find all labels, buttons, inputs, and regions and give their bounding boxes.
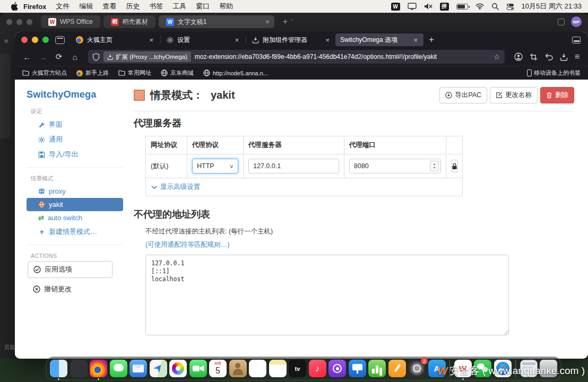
extension-permission-badge[interactable]: 扩展 (Proxy ...tchyOmega) (103, 51, 191, 62)
apple-menu-icon[interactable] (11, 2, 18, 11)
rename-button[interactable]: 更改名称 (490, 87, 538, 103)
minimize-window-button[interactable] (32, 37, 38, 43)
bookmark-star-icon[interactable]: ☆ (494, 53, 500, 61)
back-button[interactable]: ← (20, 53, 34, 62)
wps-account-avatar[interactable]: WP (571, 16, 582, 27)
dock-podcasts[interactable] (328, 360, 346, 377)
dock-messages[interactable] (110, 360, 127, 377)
proxy-server-input[interactable] (248, 159, 339, 173)
wps-restore-icon[interactable] (558, 19, 565, 25)
menu-window[interactable]: 窗口 (196, 2, 210, 11)
sidebar-item-import-export[interactable]: 导入/导出 (27, 147, 123, 162)
dock-facetime[interactable] (189, 360, 207, 377)
port-stepper[interactable]: ▲▼ (430, 161, 439, 171)
url-bar[interactable]: 扩展 (Proxy ...tchyOmega) moz-extension://… (88, 50, 505, 64)
sidebar-profile-yakit[interactable]: yakit (27, 198, 123, 211)
apply-options-button[interactable]: 应用选项 (28, 261, 113, 278)
bookmark-folder-firefox-official[interactable]: 火狐官方站点 (22, 69, 67, 77)
bookmark-node5[interactable]: http://node5.anna.n... (203, 70, 268, 76)
close-window-button[interactable] (21, 37, 28, 43)
menu-bar-clock[interactable]: 10月5日 周六 21:33 (522, 2, 582, 11)
wps-new-tab-button[interactable]: + (283, 17, 288, 27)
wps-menu-icon[interactable]: ≡ (4, 37, 15, 45)
protocol-select[interactable]: HTTP ∨ (192, 159, 238, 173)
wps-close-button[interactable] (6, 19, 12, 25)
tab-close-icon[interactable]: × (234, 36, 240, 44)
firefox-view-icon[interactable] (55, 36, 65, 44)
account-icon[interactable] (514, 53, 523, 61)
profile-color-swatch[interactable] (134, 90, 145, 101)
dock-photos[interactable] (169, 360, 187, 377)
tab-close-icon[interactable]: × (148, 36, 154, 44)
forward-button[interactable]: → (36, 53, 50, 62)
dock-music[interactable]: ♪ (309, 360, 326, 377)
new-tab-button[interactable]: + (423, 34, 439, 45)
tab-switchyomega-options[interactable]: SwitchyOmega 选项 × (335, 33, 423, 46)
show-advanced-link[interactable]: 显示高级设置 (146, 178, 462, 196)
menu-history[interactable]: 历史 (126, 2, 140, 11)
dock-numbers[interactable] (368, 360, 386, 377)
wps-tab-document[interactable]: W 文字文稿1 (159, 15, 274, 28)
mute-status-icon[interactable] (424, 3, 433, 10)
tab-settings[interactable]: 设置 × (162, 33, 245, 46)
bookmark-folder-common-sites[interactable]: 常用网址 (118, 69, 151, 77)
menu-view[interactable]: 查看 (102, 2, 116, 11)
zoom-window-button[interactable] (42, 37, 49, 43)
dock-reminders[interactable] (249, 360, 266, 377)
sidebar-new-profile[interactable]: + 新建情景模式… (27, 224, 123, 239)
dock-launchpad[interactable] (70, 360, 88, 377)
spotlight-search-icon[interactable] (491, 3, 499, 10)
proxy-port-input[interactable] (349, 159, 441, 173)
auth-lock-button[interactable] (451, 160, 458, 172)
sidebar-item-general[interactable]: 通用 (27, 132, 123, 147)
dock-system-settings[interactable]: 2 (408, 360, 426, 377)
dock-maps[interactable] (150, 360, 167, 377)
wildcard-rules-link[interactable]: (可使用通配符等匹配规则…) (145, 240, 574, 249)
bookmark-jd[interactable]: 京东商城 (161, 69, 194, 77)
bookmark-getting-started[interactable]: 新手上路 (76, 69, 109, 77)
bypass-list-textarea[interactable]: 127.0.0.1 [::1] localhost (145, 255, 509, 335)
list-all-tabs-icon[interactable] (572, 37, 581, 44)
tab-firefox-home[interactable]: 火狐主页 × (71, 33, 159, 46)
menu-help[interactable]: 帮助 (219, 2, 233, 11)
dock-keynote[interactable] (349, 360, 366, 377)
dock-calendar[interactable]: 10月 5 (209, 360, 227, 377)
sidebar-profile-auto-switch[interactable]: ⇄ auto switch (27, 211, 123, 224)
input-source-icon[interactable]: 拼 (440, 3, 449, 11)
dock-pages[interactable] (388, 360, 406, 377)
wps-zoom-button[interactable] (27, 19, 32, 25)
tab-addons-manager[interactable]: 附加组件管理器 × (247, 33, 335, 46)
display-status-icon[interactable] (408, 3, 417, 10)
export-pac-button[interactable]: 导出PAC (439, 87, 487, 103)
home-button[interactable]: ⌂ (68, 53, 82, 62)
dock-contacts[interactable] (229, 360, 247, 377)
dock-mail[interactable] (129, 360, 147, 377)
dock-appletv[interactable]: tv (289, 360, 306, 377)
wps-status-icon[interactable]: W (391, 3, 400, 11)
revert-changes-button[interactable]: 撤销更改 (27, 282, 123, 296)
dock-notes[interactable] (269, 360, 287, 377)
tab-close-icon[interactable]: × (412, 36, 419, 44)
menu-file[interactable]: 文件 (56, 2, 70, 11)
dock-firefox[interactable] (90, 360, 107, 377)
tab-close-icon[interactable]: × (324, 36, 331, 44)
menu-bookmarks[interactable]: 书签 (149, 2, 163, 11)
wps-minimize-button[interactable] (16, 19, 22, 25)
wps-tab-list-caret[interactable]: ˇ (291, 19, 293, 25)
wifi-icon[interactable] (475, 3, 484, 10)
url-text[interactable]: moz-extension://eba703d6-f89e-4bb6-a971-… (195, 53, 490, 60)
wps-tab-home[interactable]: W WPS Office (41, 15, 100, 28)
delete-button[interactable]: 删除 (540, 87, 574, 103)
reload-button[interactable]: ⟳ (52, 52, 66, 62)
sidebar-profile-proxy[interactable]: proxy (27, 185, 123, 198)
undo-arrow-icon[interactable] (544, 53, 553, 60)
mobile-bookmarks[interactable]: 移动设备上的书签 (527, 69, 581, 77)
battery-icon[interactable] (456, 4, 468, 10)
menu-edit[interactable]: 编辑 (79, 2, 93, 11)
active-app-name[interactable]: Firefox (23, 3, 46, 11)
control-center-icon[interactable] (506, 3, 514, 10)
dock-finder[interactable] (50, 360, 67, 377)
screenshot-crop-icon[interactable] (530, 53, 538, 61)
sidebar-item-interface[interactable]: 界面 (27, 117, 123, 132)
extensions-icon[interactable] (560, 53, 568, 61)
